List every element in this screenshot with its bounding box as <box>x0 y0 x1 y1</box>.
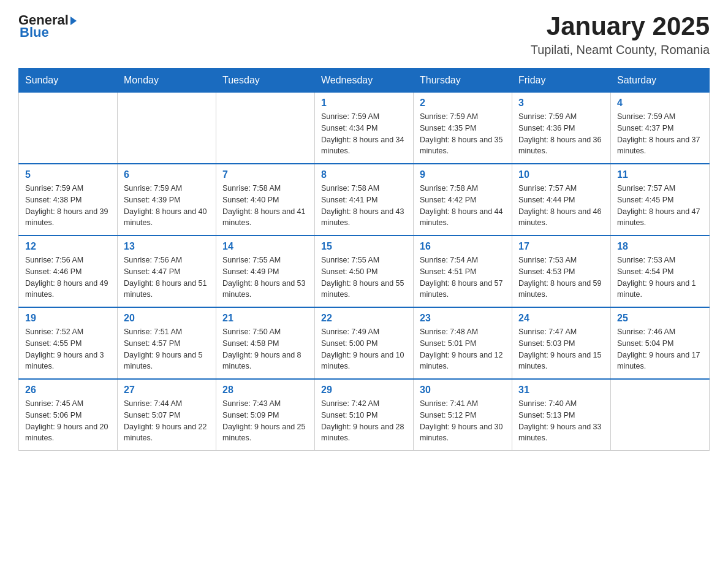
day-info: Sunrise: 7:46 AMSunset: 5:04 PMDaylight:… <box>617 326 703 372</box>
day-number: 17 <box>518 241 604 252</box>
day-info: Sunrise: 7:59 AMSunset: 4:36 PMDaylight:… <box>518 111 604 157</box>
calendar-week-row: 12Sunrise: 7:56 AMSunset: 4:46 PMDayligh… <box>19 236 710 307</box>
calendar-cell: 2Sunrise: 7:59 AMSunset: 4:35 PMDaylight… <box>414 93 512 164</box>
day-number: 10 <box>518 169 604 180</box>
day-number: 11 <box>617 169 703 180</box>
day-info: Sunrise: 7:42 AMSunset: 5:10 PMDaylight:… <box>321 398 407 444</box>
day-number: 5 <box>25 169 111 180</box>
calendar-week-row: 5Sunrise: 7:59 AMSunset: 4:38 PMDaylight… <box>19 164 710 236</box>
day-number: 27 <box>124 385 210 396</box>
calendar-cell: 19Sunrise: 7:52 AMSunset: 4:55 PMDayligh… <box>19 307 118 379</box>
day-info: Sunrise: 7:43 AMSunset: 5:09 PMDaylight:… <box>222 398 308 444</box>
calendar-cell: 26Sunrise: 7:45 AMSunset: 5:06 PMDayligh… <box>19 379 118 451</box>
day-number: 15 <box>321 241 407 252</box>
day-number: 6 <box>124 169 210 180</box>
location-subtitle: Tupilati, Neamt County, Romania <box>531 43 710 57</box>
calendar-week-row: 19Sunrise: 7:52 AMSunset: 4:55 PMDayligh… <box>19 307 710 379</box>
day-number: 12 <box>25 241 111 252</box>
day-info: Sunrise: 7:50 AMSunset: 4:58 PMDaylight:… <box>222 326 308 372</box>
calendar-cell: 7Sunrise: 7:58 AMSunset: 4:40 PMDaylight… <box>216 164 315 236</box>
calendar-cell: 17Sunrise: 7:53 AMSunset: 4:53 PMDayligh… <box>512 236 611 307</box>
day-of-week-header: Wednesday <box>315 69 414 93</box>
month-year-title: January 2025 <box>531 12 710 40</box>
day-info: Sunrise: 7:55 AMSunset: 4:49 PMDaylight:… <box>222 255 308 301</box>
day-info: Sunrise: 7:55 AMSunset: 4:50 PMDaylight:… <box>321 255 407 301</box>
day-number: 31 <box>518 385 604 396</box>
day-info: Sunrise: 7:56 AMSunset: 4:46 PMDaylight:… <box>25 255 111 301</box>
day-info: Sunrise: 7:47 AMSunset: 5:03 PMDaylight:… <box>518 326 604 372</box>
day-number: 29 <box>321 385 407 396</box>
calendar-cell <box>216 93 315 164</box>
calendar-cell: 11Sunrise: 7:57 AMSunset: 4:45 PMDayligh… <box>611 164 710 236</box>
day-number: 22 <box>321 313 407 324</box>
day-info: Sunrise: 7:53 AMSunset: 4:54 PMDaylight:… <box>617 255 703 301</box>
calendar-cell: 22Sunrise: 7:49 AMSunset: 5:00 PMDayligh… <box>315 307 414 379</box>
day-info: Sunrise: 7:59 AMSunset: 4:37 PMDaylight:… <box>617 111 703 157</box>
day-number: 9 <box>420 169 506 180</box>
day-of-week-header: Friday <box>512 69 611 93</box>
calendar-cell: 15Sunrise: 7:55 AMSunset: 4:50 PMDayligh… <box>315 236 414 307</box>
calendar-cell: 30Sunrise: 7:41 AMSunset: 5:12 PMDayligh… <box>414 379 512 451</box>
day-of-week-header: Sunday <box>19 69 118 93</box>
calendar-header-row: SundayMondayTuesdayWednesdayThursdayFrid… <box>19 69 710 93</box>
day-info: Sunrise: 7:58 AMSunset: 4:40 PMDaylight:… <box>222 183 308 229</box>
calendar-table: SundayMondayTuesdayWednesdayThursdayFrid… <box>18 68 710 451</box>
day-number: 2 <box>420 98 506 109</box>
day-number: 8 <box>321 169 407 180</box>
day-number: 13 <box>124 241 210 252</box>
day-info: Sunrise: 7:41 AMSunset: 5:12 PMDaylight:… <box>420 398 506 444</box>
calendar-cell <box>19 93 118 164</box>
day-info: Sunrise: 7:58 AMSunset: 4:41 PMDaylight:… <box>321 183 407 229</box>
calendar-cell <box>118 93 216 164</box>
calendar-cell: 29Sunrise: 7:42 AMSunset: 5:10 PMDayligh… <box>315 379 414 451</box>
page-header: General Blue January 2025 Tupilati, Neam… <box>18 12 710 57</box>
day-info: Sunrise: 7:58 AMSunset: 4:42 PMDaylight:… <box>420 183 506 229</box>
calendar-cell: 23Sunrise: 7:48 AMSunset: 5:01 PMDayligh… <box>414 307 512 379</box>
calendar-cell: 20Sunrise: 7:51 AMSunset: 4:57 PMDayligh… <box>118 307 216 379</box>
day-info: Sunrise: 7:59 AMSunset: 4:34 PMDaylight:… <box>321 111 407 157</box>
calendar-week-row: 1Sunrise: 7:59 AMSunset: 4:34 PMDaylight… <box>19 93 710 164</box>
day-info: Sunrise: 7:54 AMSunset: 4:51 PMDaylight:… <box>420 255 506 301</box>
day-number: 18 <box>617 241 703 252</box>
logo-blue: Blue <box>20 25 49 40</box>
day-number: 28 <box>222 385 308 396</box>
day-number: 25 <box>617 313 703 324</box>
day-info: Sunrise: 7:45 AMSunset: 5:06 PMDaylight:… <box>25 398 111 444</box>
calendar-body: 1Sunrise: 7:59 AMSunset: 4:34 PMDaylight… <box>19 93 710 451</box>
day-info: Sunrise: 7:59 AMSunset: 4:38 PMDaylight:… <box>25 183 111 229</box>
day-number: 3 <box>518 98 604 109</box>
calendar-cell: 24Sunrise: 7:47 AMSunset: 5:03 PMDayligh… <box>512 307 611 379</box>
calendar-cell: 10Sunrise: 7:57 AMSunset: 4:44 PMDayligh… <box>512 164 611 236</box>
day-of-week-header: Monday <box>118 69 216 93</box>
day-info: Sunrise: 7:53 AMSunset: 4:53 PMDaylight:… <box>518 255 604 301</box>
calendar-cell: 5Sunrise: 7:59 AMSunset: 4:38 PMDaylight… <box>19 164 118 236</box>
day-info: Sunrise: 7:57 AMSunset: 4:44 PMDaylight:… <box>518 183 604 229</box>
day-of-week-header: Saturday <box>611 69 710 93</box>
day-info: Sunrise: 7:51 AMSunset: 4:57 PMDaylight:… <box>124 326 210 372</box>
day-number: 26 <box>25 385 111 396</box>
day-number: 1 <box>321 98 407 109</box>
day-info: Sunrise: 7:40 AMSunset: 5:13 PMDaylight:… <box>518 398 604 444</box>
calendar-cell: 4Sunrise: 7:59 AMSunset: 4:37 PMDaylight… <box>611 93 710 164</box>
calendar-cell: 6Sunrise: 7:59 AMSunset: 4:39 PMDaylight… <box>118 164 216 236</box>
day-info: Sunrise: 7:59 AMSunset: 4:35 PMDaylight:… <box>420 111 506 157</box>
calendar-cell: 25Sunrise: 7:46 AMSunset: 5:04 PMDayligh… <box>611 307 710 379</box>
day-number: 30 <box>420 385 506 396</box>
day-number: 24 <box>518 313 604 324</box>
day-info: Sunrise: 7:49 AMSunset: 5:00 PMDaylight:… <box>321 326 407 372</box>
calendar-cell: 12Sunrise: 7:56 AMSunset: 4:46 PMDayligh… <box>19 236 118 307</box>
day-info: Sunrise: 7:57 AMSunset: 4:45 PMDaylight:… <box>617 183 703 229</box>
calendar-cell: 18Sunrise: 7:53 AMSunset: 4:54 PMDayligh… <box>611 236 710 307</box>
calendar-cell: 31Sunrise: 7:40 AMSunset: 5:13 PMDayligh… <box>512 379 611 451</box>
calendar-week-row: 26Sunrise: 7:45 AMSunset: 5:06 PMDayligh… <box>19 379 710 451</box>
calendar-cell: 8Sunrise: 7:58 AMSunset: 4:41 PMDaylight… <box>315 164 414 236</box>
calendar-cell: 16Sunrise: 7:54 AMSunset: 4:51 PMDayligh… <box>414 236 512 307</box>
calendar-cell: 13Sunrise: 7:56 AMSunset: 4:47 PMDayligh… <box>118 236 216 307</box>
calendar-cell: 21Sunrise: 7:50 AMSunset: 4:58 PMDayligh… <box>216 307 315 379</box>
day-number: 7 <box>222 169 308 180</box>
calendar-cell: 1Sunrise: 7:59 AMSunset: 4:34 PMDaylight… <box>315 93 414 164</box>
logo-arrow-icon <box>70 17 77 25</box>
day-info: Sunrise: 7:52 AMSunset: 4:55 PMDaylight:… <box>25 326 111 372</box>
day-info: Sunrise: 7:59 AMSunset: 4:39 PMDaylight:… <box>124 183 210 229</box>
day-number: 19 <box>25 313 111 324</box>
